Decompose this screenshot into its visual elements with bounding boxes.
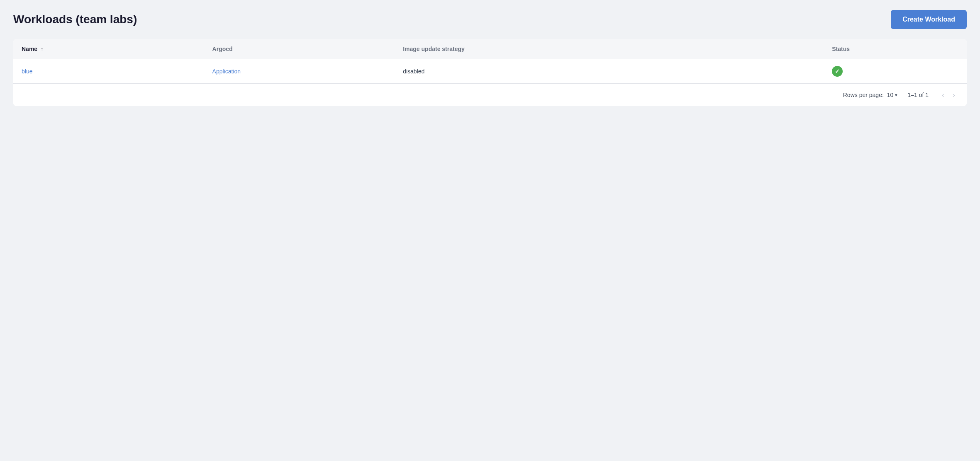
table-header-row: Name ↑ Argocd Image update strategy Stat… [13,39,967,59]
sort-asc-icon: ↑ [41,46,43,52]
pagination-prev-button[interactable]: ‹ [939,90,948,100]
pagination-next-button[interactable]: › [949,90,958,100]
workloads-table: Name ↑ Argocd Image update strategy Stat… [13,39,967,83]
status-healthy-icon: ✓ [832,66,843,77]
pagination-controls: ‹ › [939,90,958,100]
column-header-status: Status [824,39,967,59]
cell-argocd: Application [204,59,395,84]
cell-image-update-strategy: disabled [395,59,824,84]
rows-per-page-label: Rows per page: [843,92,884,98]
column-header-argocd: Argocd [204,39,395,59]
chevron-down-icon: ▾ [895,92,897,98]
cell-status: ✓ [824,59,967,84]
page-title: Workloads (team labs) [13,13,137,26]
rows-per-page-control: Rows per page: 10 ▾ [843,92,898,98]
argocd-link[interactable]: Application [212,68,241,75]
table-footer: Rows per page: 10 ▾ 1–1 of 1 ‹ › [13,83,967,106]
column-header-image-update-strategy: Image update strategy [395,39,824,59]
rows-per-page-select[interactable]: 10 ▾ [887,92,898,98]
page-header: Workloads (team labs) Create Workload [13,10,967,29]
workloads-table-container: Name ↑ Argocd Image update strategy Stat… [13,39,967,106]
rows-per-page-value: 10 [887,92,894,98]
cell-name: blue [13,59,204,84]
column-header-name[interactable]: Name ↑ [13,39,204,59]
table-row: blue Application disabled ✓ [13,59,967,84]
workload-name-link[interactable]: blue [22,68,32,75]
pagination-info: 1–1 of 1 [907,92,929,98]
create-workload-button[interactable]: Create Workload [891,10,967,29]
